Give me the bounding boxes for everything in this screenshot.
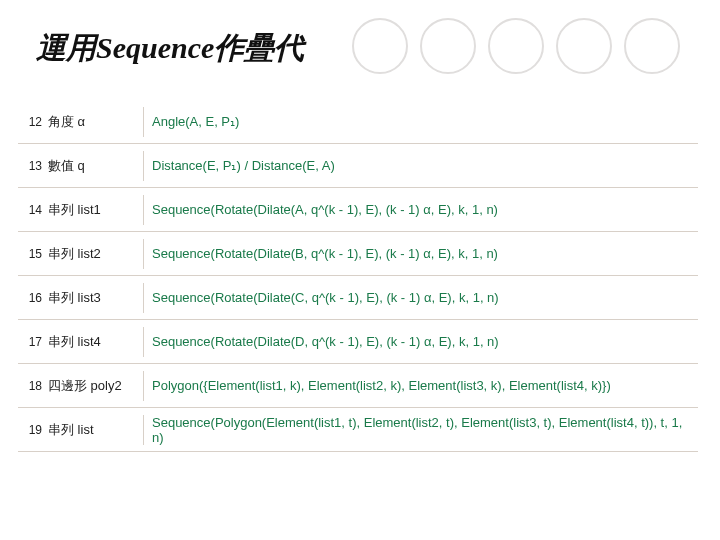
row-number: 16: [18, 285, 44, 311]
table-row: 19 串列 list Sequence(Polygon(Element(list…: [18, 408, 698, 452]
table-row: 18 四邊形 poly2 Polygon({Element(list1, k),…: [18, 364, 698, 408]
circle-icon: [556, 18, 612, 74]
row-number: 18: [18, 373, 44, 399]
row-number: 19: [18, 417, 44, 443]
table-row: 16 串列 list3 Sequence(Rotate(Dilate(C, q^…: [18, 276, 698, 320]
row-number: 12: [18, 109, 44, 135]
row-formula: Distance(E, P₁) / Distance(E, A): [144, 152, 698, 179]
row-number: 15: [18, 241, 44, 267]
row-formula: Sequence(Rotate(Dilate(A, q^(k - 1), E),…: [144, 196, 698, 223]
row-formula: Angle(A, E, P₁): [144, 108, 698, 135]
circle-icon: [420, 18, 476, 74]
row-label: 串列 list2: [44, 239, 144, 269]
row-label: 數值 q: [44, 151, 144, 181]
table-row: 17 串列 list4 Sequence(Rotate(Dilate(D, q^…: [18, 320, 698, 364]
row-label: 角度 α: [44, 107, 144, 137]
row-label: 串列 list3: [44, 283, 144, 313]
row-label: 串列 list4: [44, 327, 144, 357]
decorative-circles: [352, 18, 680, 74]
row-label: 串列 list1: [44, 195, 144, 225]
page-title: 運用Sequence作疊代: [36, 28, 304, 69]
table-row: 15 串列 list2 Sequence(Rotate(Dilate(B, q^…: [18, 232, 698, 276]
row-number: 17: [18, 329, 44, 355]
circle-icon: [624, 18, 680, 74]
circle-icon: [352, 18, 408, 74]
row-formula: Sequence(Rotate(Dilate(D, q^(k - 1), E),…: [144, 328, 698, 355]
row-formula: Sequence(Rotate(Dilate(B, q^(k - 1), E),…: [144, 240, 698, 267]
row-label: 串列 list: [44, 415, 144, 445]
row-label: 四邊形 poly2: [44, 371, 144, 401]
row-formula: Sequence(Polygon(Element(list1, t), Elem…: [144, 409, 698, 451]
table-row: 14 串列 list1 Sequence(Rotate(Dilate(A, q^…: [18, 188, 698, 232]
definition-table: 12 角度 α Angle(A, E, P₁) 13 數值 q Distance…: [18, 100, 698, 452]
row-number: 14: [18, 197, 44, 223]
table-row: 12 角度 α Angle(A, E, P₁): [18, 100, 698, 144]
row-formula: Polygon({Element(list1, k), Element(list…: [144, 372, 698, 399]
row-formula: Sequence(Rotate(Dilate(C, q^(k - 1), E),…: [144, 284, 698, 311]
table-row: 13 數值 q Distance(E, P₁) / Distance(E, A): [18, 144, 698, 188]
row-number: 13: [18, 153, 44, 179]
circle-icon: [488, 18, 544, 74]
